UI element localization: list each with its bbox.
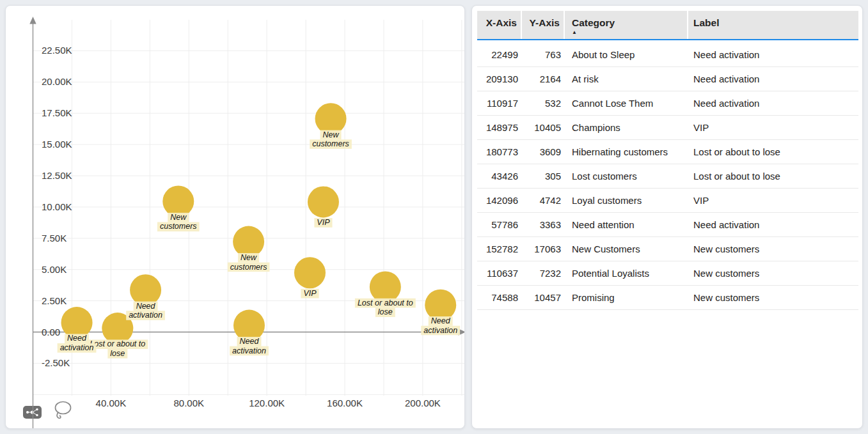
cell-label: Lost or about to lose bbox=[688, 146, 858, 157]
cell-y-axis: 7232 bbox=[522, 268, 565, 279]
bubble-label-text: activation bbox=[60, 343, 94, 352]
bubble-label: Lost or about tolose bbox=[87, 339, 148, 358]
bubble-label-text: Lost or about to bbox=[90, 339, 145, 348]
bubble-label-text: customers bbox=[160, 222, 197, 231]
chart-toolbar-icons bbox=[23, 402, 71, 419]
bubble-label: Newcustomers bbox=[228, 253, 270, 272]
cell-category: Cannot Lose Them bbox=[565, 98, 688, 109]
bubble-label: Needactivation bbox=[421, 316, 460, 335]
column-header-x-axis[interactable]: X-Axis bbox=[477, 11, 522, 39]
cell-label: Need activation bbox=[688, 98, 858, 109]
controller-icon[interactable] bbox=[23, 406, 42, 419]
column-header-label: X-Axis bbox=[486, 17, 517, 29]
y-tick-label: 22.50K bbox=[42, 45, 72, 56]
cell-label: VIP bbox=[688, 195, 858, 206]
bubble-label-text: New bbox=[241, 253, 257, 262]
data-table: X-Axis Y-Axis Category ▲ Label 22499763A… bbox=[477, 11, 858, 310]
table-header: X-Axis Y-Axis Category ▲ Label bbox=[477, 11, 858, 40]
cell-category: At risk bbox=[565, 74, 688, 84]
y-tick-label: 15.00K bbox=[42, 139, 72, 150]
table-row[interactable]: 110917532Cannot Lose ThemNeed activation bbox=[477, 91, 858, 116]
cell-label: Lost or about to lose bbox=[688, 171, 858, 182]
cell-y-axis: 2164 bbox=[522, 74, 565, 84]
bubbles bbox=[61, 103, 457, 344]
table-row[interactable]: 14897510405ChampionsVIP bbox=[477, 116, 858, 140]
column-header-label: Category bbox=[572, 17, 615, 29]
y-tick-label: 17.50K bbox=[42, 107, 72, 118]
bubble-label-text: activation bbox=[129, 311, 162, 320]
bubble-label: Needactivation bbox=[58, 334, 97, 352]
y-tick-label: 5.00K bbox=[42, 264, 67, 275]
cell-x-axis: 152782 bbox=[477, 244, 522, 254]
table-row[interactable]: 15278217063New CustomersNew customers bbox=[477, 237, 858, 261]
column-header-label-column[interactable]: Label bbox=[688, 11, 858, 39]
cell-x-axis: 57786 bbox=[477, 219, 522, 230]
cell-label: VIP bbox=[688, 122, 858, 133]
cell-x-axis: 22499 bbox=[477, 49, 522, 60]
cell-y-axis: 3609 bbox=[522, 146, 565, 157]
table-row[interactable]: 7458810457PromisingNew customers bbox=[477, 286, 858, 310]
column-header-y-axis[interactable]: Y-Axis bbox=[522, 11, 565, 39]
table-row[interactable]: 43426305Lost customersLost or about to l… bbox=[477, 164, 858, 189]
scatter-chart-card: 40.00K80.00K120.00K160.00K200.00K22.50K2… bbox=[5, 5, 465, 429]
bubble-label-text: Lost or about to bbox=[358, 298, 413, 307]
cell-label: New customers bbox=[688, 292, 858, 303]
x-tick-label: 120.00K bbox=[249, 398, 285, 408]
bubble-label-text: Need bbox=[136, 302, 156, 311]
bubble-label-text: New bbox=[170, 213, 187, 222]
x-tick-label: 80.00K bbox=[173, 398, 204, 408]
column-header-label: Label bbox=[693, 17, 719, 29]
cell-category: Promising bbox=[565, 292, 688, 303]
bubble-label: Lost or about tolose bbox=[355, 298, 416, 317]
scatter-chart: 40.00K80.00K120.00K160.00K200.00K22.50K2… bbox=[6, 6, 464, 428]
bubble-label-text: Need bbox=[431, 316, 451, 325]
bubble-label-text: customers bbox=[230, 263, 267, 272]
table-row[interactable]: 1106377232Potential LoyalistsNew custome… bbox=[477, 261, 858, 286]
cell-y-axis: 3363 bbox=[522, 219, 565, 230]
bubble-label-text: activation bbox=[423, 326, 457, 335]
cell-category: Need attention bbox=[565, 219, 688, 230]
cell-x-axis: 110917 bbox=[477, 98, 522, 109]
column-header-label: Y-Axis bbox=[530, 17, 560, 29]
cell-label: New customers bbox=[688, 268, 858, 279]
lasso-icon[interactable] bbox=[56, 402, 71, 419]
controller-icon-dot bbox=[36, 408, 38, 410]
y-tick-label: 12.50K bbox=[42, 170, 72, 181]
bubble-label-text: lose bbox=[378, 307, 393, 316]
cell-x-axis: 142096 bbox=[477, 195, 522, 206]
axes bbox=[33, 24, 461, 428]
bubble-label-text: Need bbox=[240, 337, 260, 346]
table-row[interactable]: 2091302164At riskNeed activation bbox=[477, 67, 858, 91]
cell-label: Need activation bbox=[688, 219, 858, 230]
cell-y-axis: 10405 bbox=[522, 122, 565, 133]
bubble-label-text: New bbox=[323, 130, 340, 139]
cell-category: New Customers bbox=[565, 244, 688, 254]
table-row[interactable]: 577863363Need attentionNeed activation bbox=[477, 213, 858, 237]
bubble-label: VIP bbox=[314, 218, 332, 228]
cell-y-axis: 305 bbox=[522, 171, 565, 182]
bubble-label-text: lose bbox=[110, 349, 125, 358]
column-header-category[interactable]: Category ▲ bbox=[565, 11, 688, 39]
cell-category: Champions bbox=[565, 122, 688, 133]
cell-y-axis: 17063 bbox=[522, 244, 565, 254]
table-row[interactable]: 1807733609Hibernating customersLost or a… bbox=[477, 140, 858, 164]
bubble-label: Needactivation bbox=[230, 337, 269, 355]
bubble-label: VIP bbox=[301, 289, 319, 298]
cell-y-axis: 10457 bbox=[522, 292, 565, 303]
lasso-loop bbox=[56, 402, 71, 414]
controller-icon-dot bbox=[26, 411, 29, 414]
bubble-label-text: activation bbox=[232, 346, 266, 355]
scatter-bubble[interactable] bbox=[294, 257, 326, 288]
cell-x-axis: 110637 bbox=[477, 268, 522, 279]
bubble-label-text: VIP bbox=[303, 289, 317, 298]
cell-label: Need activation bbox=[688, 74, 858, 84]
table-row[interactable]: 1420964742Loyal customersVIP bbox=[477, 189, 858, 213]
page-background: { "colors": { "page_bg": "#EAEDF1", "car… bbox=[0, 0, 868, 434]
y-tick-label: 2.50K bbox=[42, 295, 67, 306]
cell-x-axis: 43426 bbox=[477, 171, 522, 182]
y-tick-label: 10.00K bbox=[42, 201, 72, 212]
bubble-label-text: customers bbox=[312, 139, 349, 148]
scatter-bubble[interactable] bbox=[308, 186, 339, 217]
table-row[interactable]: 22499763About to SleepNeed activation bbox=[477, 43, 858, 67]
cell-category: Loyal customers bbox=[565, 195, 688, 206]
